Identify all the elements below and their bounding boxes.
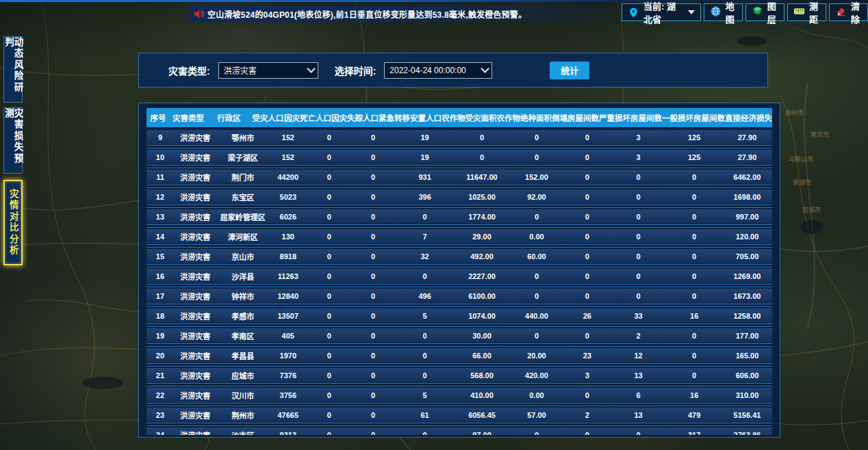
cell: 568.00: [455, 371, 509, 380]
cell: 1074.00: [455, 312, 509, 320]
row-separator: [146, 422, 772, 427]
cell: 0: [564, 272, 611, 280]
cell: 洪涝灾害: [174, 191, 217, 202]
map-button[interactable]: 地图: [704, 3, 743, 21]
clear-button[interactable]: 清除: [829, 3, 868, 21]
cell: 0: [509, 213, 564, 221]
sidebar-item-dynamic-risk[interactable]: 动态风险研判: [3, 36, 23, 103]
chevron-down-icon: [688, 10, 695, 14]
cell: 32: [395, 252, 455, 261]
cell: 0: [611, 431, 667, 436]
cell: 洪涝灾害: [174, 152, 217, 163]
time-select[interactable]: 2022-04-24 00:00:00: [384, 62, 492, 79]
cell: 6100.00: [455, 292, 509, 300]
cell: 11647.00: [455, 173, 509, 181]
layers-button[interactable]: 图层: [745, 3, 784, 21]
top-strip: [0, 0, 868, 2]
cell: 931: [395, 173, 455, 181]
cell: 0: [564, 153, 611, 161]
cell: 1970: [269, 352, 307, 360]
cell: 9: [146, 133, 174, 142]
cell: 0: [509, 292, 564, 300]
cell: 396: [395, 193, 455, 201]
cell: 420.00: [509, 371, 564, 380]
cell: 0: [351, 173, 395, 181]
cell: 0: [307, 352, 351, 360]
cell: 洪涝灾害: [174, 429, 217, 436]
cell: 0: [564, 391, 611, 399]
row-separator: [146, 144, 772, 150]
cell: 0: [307, 411, 351, 419]
cell: 496: [395, 292, 455, 300]
cell: 0: [307, 312, 351, 320]
cell: 1258.00: [722, 312, 772, 320]
cell: 0: [351, 411, 395, 419]
table-row: 16洪涝灾害沙洋县112630002227.0000001269.00: [146, 269, 772, 283]
cell: 12: [146, 193, 174, 201]
cell: 3756: [269, 391, 307, 399]
cell: 洪涝灾害: [174, 390, 217, 401]
region-selector[interactable]: 当前: 湖北省: [622, 3, 701, 21]
cell: 3: [564, 371, 611, 380]
sidebar-item-loss-forecast[interactable]: 灾害损失预测: [3, 107, 23, 174]
cell: 606.00: [722, 371, 772, 380]
row-separator: [146, 382, 772, 388]
sidebar-item-disaster-compare[interactable]: 灾情对比分析: [3, 180, 23, 265]
cell: 20.00: [509, 352, 564, 360]
cell: 5: [395, 391, 455, 399]
cell: 310.00: [722, 391, 772, 399]
alert-text: 空山滑坡524的04GP01(地表位移),前1日垂直位移变形量达到53.8毫米,…: [207, 8, 526, 20]
table-body[interactable]: 9洪涝灾害鄂州市1520019000312527.9010洪涝灾害梁子湖区152…: [146, 130, 772, 435]
cell: 10: [146, 153, 174, 161]
column-header: 农作物绝种面积: [496, 112, 552, 123]
row-separator: [146, 402, 772, 408]
cell: 0: [351, 332, 395, 340]
time-label: 选择时间:: [335, 64, 376, 77]
cell: 0: [611, 252, 667, 261]
cell: 57.00: [509, 411, 564, 419]
disaster-type-select[interactable]: 洪涝灾害: [218, 62, 318, 79]
app-root: 滁州市南京市马鞍山市芜湖市宣城市 空山滑坡524的04GP01(地表位移),前1…: [0, 0, 868, 450]
map-button-label: 地图: [726, 0, 737, 25]
location-pin-icon: [628, 7, 639, 18]
statistics-button[interactable]: 统计: [550, 62, 589, 79]
cell: 0: [611, 292, 667, 300]
column-header: 农作物受灾面积: [442, 112, 497, 123]
cell: 16: [146, 272, 174, 280]
cell: 0: [611, 173, 667, 181]
cell: 1269.00: [722, 272, 772, 280]
cell: 1698.00: [722, 193, 772, 201]
cell: 6026: [269, 213, 307, 221]
tool-buttons: 地图图层测距清除: [704, 3, 868, 21]
alert-horn-icon: [193, 8, 205, 20]
disaster-type-value: 洪涝灾害: [224, 64, 257, 76]
cell: 0: [509, 272, 564, 280]
column-header: 直接经济损失: [725, 112, 772, 123]
cell: 0: [455, 133, 509, 142]
row-separator: [146, 362, 772, 368]
table-row: 24洪涝灾害沙市区931300097.000003172763.86: [146, 427, 772, 435]
cell: 屈家岭管理区: [217, 211, 269, 222]
cell: 0: [351, 252, 395, 261]
cell: 0: [351, 153, 395, 161]
column-header: 受灾人口: [251, 112, 284, 123]
cell: 洪涝灾害: [174, 330, 217, 341]
cell: 洪涝灾害: [174, 410, 217, 421]
clear-icon: [835, 5, 851, 19]
cell: 0: [351, 213, 395, 221]
cell: 0: [666, 292, 722, 300]
measure-button[interactable]: 测距: [787, 3, 826, 21]
cell: 18: [146, 312, 174, 320]
table-row: 14洪涝灾害漳河新区13000729.000.00000120.00: [146, 229, 772, 243]
cell: 0: [307, 292, 351, 300]
cell: 0: [351, 233, 395, 241]
cell: 3: [611, 133, 667, 142]
sidebar-item-label: 灾害损失预测: [4, 108, 23, 173]
cell: 13507: [269, 312, 307, 320]
alert-marquee-bar: 空山滑坡524的04GP01(地表位移),前1日垂直位移变形量达到53.8毫米,…: [190, 5, 623, 22]
cell: 130: [269, 233, 307, 241]
cell: 14: [146, 233, 174, 241]
time-value: 2022-04-24 00:00:00: [390, 66, 465, 75]
disaster-table-panel: 序号灾害类型行政区受灾人口因灾死亡人口因灾失踪人口紧急转移安置人口农作物受灾面积…: [138, 103, 780, 438]
cell: 沙市区: [217, 429, 269, 436]
